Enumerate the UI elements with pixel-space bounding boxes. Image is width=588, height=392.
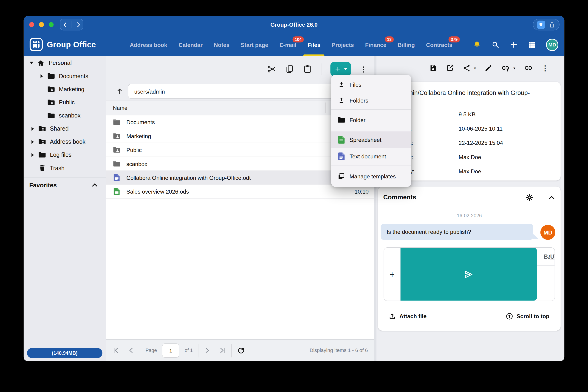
- menu-item-manage-templates[interactable]: Manage templates: [331, 167, 411, 185]
- comments-title: Comments: [383, 194, 526, 201]
- spreadsheet-icon: [337, 136, 346, 144]
- user-avatar[interactable]: MD: [546, 38, 558, 51]
- folder-icon: [47, 112, 55, 119]
- cut-icon[interactable]: [267, 64, 276, 74]
- previous-page-icon[interactable]: [128, 347, 135, 354]
- column-divider: [325, 102, 326, 113]
- favorites-section[interactable]: Favorites: [24, 178, 106, 192]
- editor-toolbar: B I U Ŧ @ A ⋮: [537, 248, 555, 266]
- share-icon[interactable]: [463, 64, 471, 72]
- menu-item-upload-folders[interactable]: Folders: [331, 92, 411, 108]
- caret-right-icon[interactable]: [39, 74, 44, 78]
- notifications-bell-icon[interactable]: [473, 40, 481, 49]
- displaying-items-status: Displaying items 1 - 6 of 6: [310, 348, 368, 353]
- add-attachment-icon[interactable]: +: [384, 248, 400, 301]
- caret-right-icon[interactable]: [30, 140, 36, 144]
- file-row-sales-ods[interactable]: Sales overview 2026.ods 10:10: [106, 184, 374, 198]
- send-comment-button[interactable]: [400, 248, 537, 301]
- sidebar-item-shared[interactable]: Shared: [24, 122, 106, 135]
- edit-pencil-icon[interactable]: [484, 64, 492, 72]
- sidebar-item-scanbox[interactable]: scanbox: [24, 109, 106, 122]
- divider: [71, 21, 72, 28]
- history-buttons: [60, 19, 83, 30]
- back-icon[interactable]: [62, 22, 68, 28]
- nav-item-notes[interactable]: Notes: [213, 33, 231, 56]
- share-icon[interactable]: [549, 21, 555, 28]
- sidebar-item-personal[interactable]: Personal: [24, 56, 106, 70]
- collapse-comments-icon[interactable]: [549, 196, 555, 200]
- bold-button[interactable]: B: [544, 253, 548, 260]
- caret-right-icon[interactable]: [30, 127, 36, 130]
- more-options-icon[interactable]: ⋮: [542, 64, 549, 72]
- name-column-header[interactable]: Name: [106, 105, 128, 111]
- comment-author-avatar[interactable]: MD: [541, 225, 555, 240]
- copy-icon[interactable]: [285, 64, 294, 74]
- save-icon[interactable]: [429, 64, 437, 72]
- sidebar-item-address-book[interactable]: Address book: [24, 135, 106, 148]
- menu-divider: [331, 166, 411, 166]
- nav-item-calendar[interactable]: Calendar: [177, 33, 204, 56]
- underline-button[interactable]: U: [550, 253, 555, 260]
- page-number-input[interactable]: [162, 343, 179, 358]
- upload-icon: [389, 312, 396, 320]
- open-in-new-icon[interactable]: [446, 64, 454, 72]
- nav-item-start-page[interactable]: Start page: [239, 33, 269, 56]
- folder-shared-icon: [38, 125, 46, 132]
- nav-item-files[interactable]: Files: [306, 33, 322, 56]
- nav-item-projects[interactable]: Projects: [331, 33, 355, 56]
- page-count-label: of 1: [185, 348, 193, 353]
- add-link-icon[interactable]: [501, 64, 510, 72]
- brand[interactable]: Group Office: [29, 38, 96, 51]
- link-icon[interactable]: [524, 64, 533, 72]
- go-up-icon[interactable]: [114, 87, 125, 96]
- pagination-bar: Page of 1 Displaying items 1 - 6 of 6: [106, 339, 374, 361]
- sidebar-item-marketing[interactable]: Marketing: [24, 82, 106, 96]
- sidebar-item-log-files[interactable]: Log files: [24, 148, 106, 162]
- search-icon[interactable]: [491, 40, 500, 49]
- home-icon: [37, 59, 45, 67]
- scroll-to-top-button[interactable]: Scroll to top: [505, 312, 549, 320]
- apps-grid-icon[interactable]: [528, 41, 536, 48]
- menu-item-upload-files[interactable]: Files: [331, 76, 411, 92]
- next-page-icon[interactable]: [204, 347, 211, 354]
- comments-settings-gear-icon[interactable]: [525, 193, 534, 202]
- add-icon[interactable]: [510, 40, 518, 49]
- browser-extensions: [533, 19, 560, 30]
- forward-icon[interactable]: [75, 22, 81, 28]
- more-options-icon[interactable]: ⋮: [360, 66, 367, 73]
- comment-date: 16-02-2026: [378, 213, 561, 218]
- caret-right-icon[interactable]: [30, 153, 36, 156]
- sidebar-item-public[interactable]: Public: [24, 96, 106, 109]
- folder-shared-icon: [47, 99, 55, 106]
- caret-down-icon: [344, 68, 347, 70]
- first-page-icon[interactable]: [112, 347, 119, 354]
- refresh-icon[interactable]: [237, 346, 245, 354]
- caret-down-icon: ▾: [474, 66, 476, 70]
- nav-item-contracts[interactable]: Contracts379: [425, 33, 453, 56]
- shield-extension-icon[interactable]: [537, 20, 545, 29]
- nav-item-billing[interactable]: Billing: [396, 33, 416, 56]
- text-document-icon: [337, 152, 346, 160]
- italic-button[interactable]: I: [548, 253, 550, 260]
- last-page-icon[interactable]: [219, 347, 226, 354]
- menu-item-new-text-document[interactable]: Text document: [331, 148, 411, 164]
- divider: [321, 64, 322, 75]
- comment-bubble: Is the document ready to publish?: [381, 224, 533, 240]
- attach-file-button[interactable]: Attach file: [389, 312, 426, 320]
- strikethrough-button[interactable]: Ŧ: [555, 253, 555, 260]
- brand-name: Group Office: [47, 40, 96, 49]
- comment-input[interactable]: [537, 266, 555, 301]
- paste-icon[interactable]: [303, 64, 312, 74]
- new-item-button[interactable]: [330, 62, 351, 76]
- menu-item-new-folder[interactable]: Folder: [331, 111, 411, 129]
- nav-item-finance[interactable]: Finance13: [364, 33, 388, 56]
- caret-down-icon[interactable]: [28, 62, 34, 64]
- nav-item-email[interactable]: E-mail104: [278, 33, 297, 56]
- trash-icon: [38, 164, 46, 172]
- nav-item-address-book[interactable]: Address book: [129, 33, 168, 56]
- chevron-up-icon[interactable]: [92, 183, 97, 187]
- nav-actions: MD: [473, 33, 558, 56]
- sidebar-item-documents[interactable]: Documents: [24, 70, 106, 82]
- sidebar-item-trash[interactable]: Trash: [24, 162, 106, 174]
- menu-item-new-spreadsheet[interactable]: Spreadsheet: [331, 131, 411, 148]
